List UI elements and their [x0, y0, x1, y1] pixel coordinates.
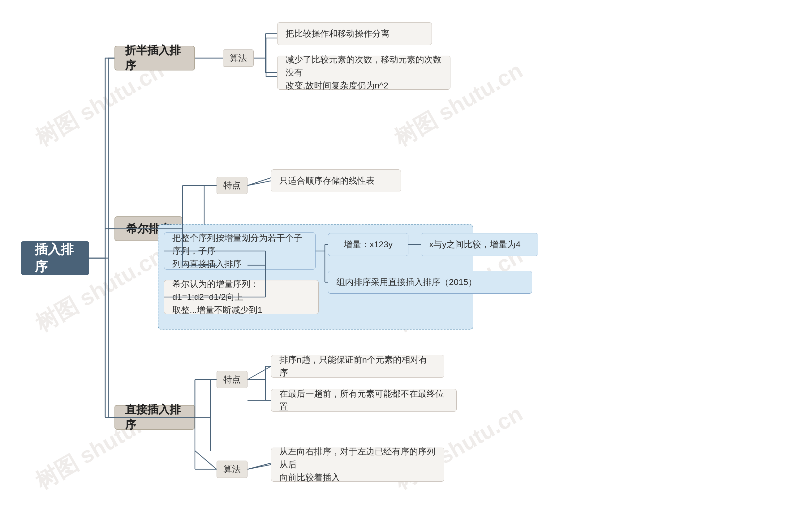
svg-line-26 [195, 451, 217, 469]
svg-line-46 [247, 181, 271, 186]
leaf-3: 只适合顺序存储的线性表 [271, 169, 401, 192]
blue-zengliang-label: 增量：x123y [328, 233, 408, 256]
leaf-4: 把整个序列按增量划分为若干个子序列，子序列内直接插入排序 [164, 232, 316, 269]
leaf-3-label: 只适合顺序存储的线性表 [279, 174, 375, 187]
l2-suanfa1: 算法 [223, 50, 254, 67]
l2-suanfa1-label: 算法 [229, 52, 247, 64]
svg-line-64 [247, 464, 271, 469]
leaf-1-label: 把比较操作和移动操作分离 [286, 27, 389, 40]
leaf-6-label: 排序n趟，只能保证前n个元素的相对有序 [279, 353, 436, 379]
zengliang-desc-text: x与y之间比较，增量为4 [429, 238, 521, 251]
leaf-8-label: 从左向右排序，对于左边已经有序的序列从后向前比较着插入 [279, 445, 436, 484]
leaf-5: 希尔认为的增量序列：d1=1;d2=d1/2向上取整...增量不断减少到1 [164, 280, 319, 314]
l2-suanfa3-label: 算法 [223, 463, 241, 475]
leaf-1: 把比较操作和移动操作分离 [277, 22, 432, 45]
zuneipaixu-text: 组内排序采用直接插入排序（2015） [336, 276, 477, 289]
l1-zheban: 折半插入排序 [114, 46, 195, 71]
l2-suanfa3: 算法 [217, 461, 247, 478]
leaf-2: 减少了比较元素的次数，移动元素的次数没有改变,故时间复杂度仍为n^2 [277, 56, 450, 90]
leaf-4-label: 把整个序列按增量划分为若干个子序列，子序列内直接插入排序 [172, 231, 307, 270]
l1-zheban-label: 折半插入排序 [125, 43, 184, 73]
blue-zuneipaixu: 组内排序采用直接插入排序（2015） [328, 271, 532, 294]
root-label: 插入排序 [35, 241, 75, 276]
l2-tedian2-label: 特点 [223, 179, 241, 191]
svg-line-27 [247, 463, 271, 469]
l2-tedian2: 特点 [217, 177, 247, 194]
leaf-5-label: 希尔认为的增量序列：d1=1;d2=d1/2向上取整...增量不断减少到1 [172, 278, 310, 317]
blue-zengliang-desc: x与y之间比较，增量为4 [421, 233, 538, 256]
l2-tedian3-label: 特点 [223, 374, 241, 385]
root-node: 插入排序 [21, 241, 89, 275]
leaf-7: 在最后一趟前，所有元素可能都不在最终位置 [271, 389, 457, 412]
leaf-8: 从左向右排序，对于左边已经有序的序列从后向前比较着插入 [271, 448, 444, 481]
svg-line-14 [247, 178, 271, 186]
l1-zhijie: 直接插入排序 [114, 405, 195, 430]
leaf-6: 排序n趟，只能保证前n个元素的相对有序 [271, 355, 444, 378]
l1-zhijie-label: 直接插入排序 [125, 402, 184, 433]
zengliang-label-text: 增量：x123y [344, 238, 393, 251]
leaf-7-label: 在最后一趟前，所有元素可能都不在最终位置 [279, 387, 448, 413]
svg-line-24 [247, 366, 271, 380]
l2-tedian3: 特点 [217, 371, 247, 388]
leaf-2-label: 减少了比较元素的次数，移动元素的次数没有改变,故时间复杂度仍为n^2 [286, 53, 442, 92]
